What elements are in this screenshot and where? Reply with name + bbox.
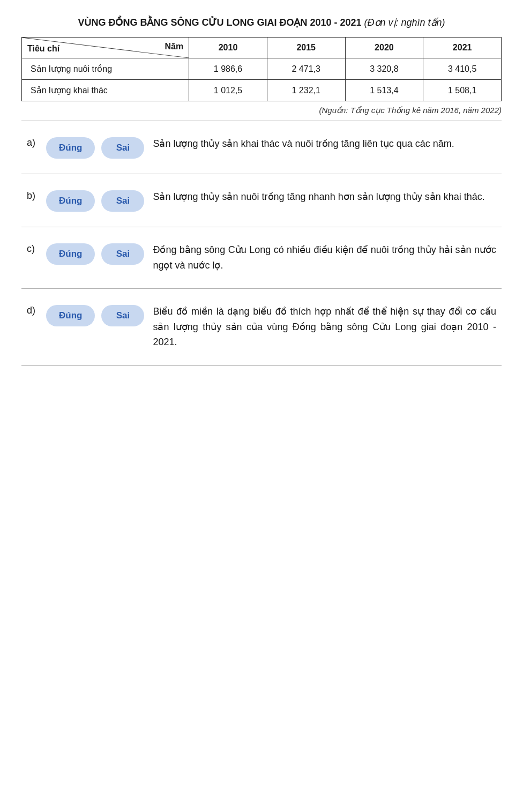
btn-sai-b[interactable]: Sai (101, 190, 144, 212)
qa-section: a) Đúng Sai Sản lượng thủy sản khai thác… (21, 121, 502, 366)
header-row-label: Năm (165, 42, 183, 51)
col-header-2015: 2015 (267, 38, 345, 58)
btn-dung-c[interactable]: Đúng (46, 243, 95, 265)
qa-letter-a: a) (27, 136, 46, 148)
qa-text-b: Sản lượng thủy sản nuôi trồng tăng nhanh… (144, 189, 496, 205)
cell-nuoi-trong-2010: 1 986,6 (189, 58, 267, 80)
qa-row-d: d) Đúng Sai Biểu đồ miền là dạng biểu đồ… (21, 289, 502, 366)
qa-text-a: Sản lượng thủy sản khai thác và nuôi trồ… (144, 136, 496, 152)
qa-buttons-c: Đúng Sai (46, 242, 144, 265)
cell-nuoi-trong-2021: 3 410,5 (423, 58, 502, 80)
table-row: Sản lượng khai thác 1 012,5 1 232,1 1 51… (22, 80, 502, 101)
cell-nuoi-trong-2015: 2 471,3 (267, 58, 345, 80)
row-label-nuoi-trong: Sản lượng nuôi trồng (22, 58, 189, 80)
qa-text-d: Biểu đồ miền là dạng biểu đồ thích hợp n… (144, 304, 496, 350)
qa-row-b: b) Đúng Sai Sản lượng thủy sản nuôi trồn… (21, 174, 502, 227)
btn-dung-a[interactable]: Đúng (46, 137, 95, 159)
col-header-2021: 2021 (423, 38, 502, 58)
cell-nuoi-trong-2020: 3 320,8 (345, 58, 423, 80)
header-col-label: Tiêu chí (27, 44, 59, 54)
cell-khai-thac-2015: 1 232,1 (267, 80, 345, 101)
qa-letter-d: d) (27, 304, 46, 316)
header-diagonal-cell: Năm Tiêu chí (22, 38, 189, 58)
qa-buttons-b: Đúng Sai (46, 189, 144, 212)
table-header-row: Năm Tiêu chí 2010 2015 2020 2021 (22, 38, 502, 58)
qa-buttons-a: Đúng Sai (46, 136, 144, 159)
col-header-2020: 2020 (345, 38, 423, 58)
title-main: VÙNG ĐỒNG BẰNG SÔNG CỬU LONG GIAI ĐOẠN 2… (78, 17, 361, 28)
title-unit: (Đơn vị: nghìn tấn) (364, 17, 445, 28)
qa-letter-b: b) (27, 189, 46, 202)
table-row: Sản lượng nuôi trồng 1 986,6 2 471,3 3 3… (22, 58, 502, 80)
row-label-khai-thac: Sản lượng khai thác (22, 80, 189, 101)
data-table: Năm Tiêu chí 2010 2015 2020 2021 Sản lượ… (21, 37, 502, 101)
table-title: VÙNG ĐỒNG BẰNG SÔNG CỬU LONG GIAI ĐOẠN 2… (21, 16, 502, 29)
col-header-2010: 2010 (189, 38, 267, 58)
btn-sai-c[interactable]: Sai (101, 243, 144, 265)
cell-khai-thac-2021: 1 508,1 (423, 80, 502, 101)
btn-sai-d[interactable]: Sai (101, 305, 144, 326)
cell-khai-thac-2010: 1 012,5 (189, 80, 267, 101)
btn-sai-a[interactable]: Sai (101, 137, 144, 159)
qa-text-c: Đồng bằng sông Cửu Long có nhiều điều ki… (144, 242, 496, 273)
qa-buttons-d: Đúng Sai (46, 304, 144, 326)
table-source: (Nguồn: Tổng cục Thống kê năm 2016, năm … (21, 106, 502, 115)
cell-khai-thac-2020: 1 513,4 (345, 80, 423, 101)
qa-row-a: a) Đúng Sai Sản lượng thủy sản khai thác… (21, 121, 502, 174)
table-section: VÙNG ĐỒNG BẰNG SÔNG CỬU LONG GIAI ĐOẠN 2… (21, 16, 502, 115)
qa-letter-c: c) (27, 242, 46, 255)
btn-dung-b[interactable]: Đúng (46, 190, 95, 212)
qa-row-c: c) Đúng Sai Đồng bằng sông Cửu Long có n… (21, 227, 502, 289)
btn-dung-d[interactable]: Đúng (46, 305, 95, 326)
page-container: VÙNG ĐỒNG BẰNG SÔNG CỬU LONG GIAI ĐOẠN 2… (21, 16, 502, 366)
